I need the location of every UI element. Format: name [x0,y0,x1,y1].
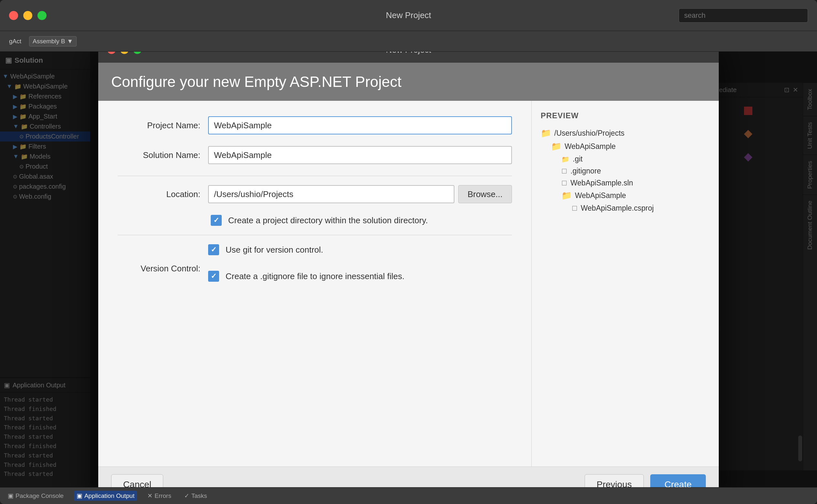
create-dir-label: Create a project directory within the so… [228,215,428,226]
file-icon: ☐ [572,205,578,212]
footer-right: Previous Create [585,474,706,488]
traffic-lights [9,11,47,20]
dialog-heading: Configure your new Empty ASP.NET Project [111,73,706,90]
create-gitignore-checkbox[interactable] [208,271,219,282]
dialog-form: Project Name: Solution Name: Location: [98,101,531,467]
form-divider-2 [118,235,512,235]
minimize-button[interactable] [23,11,32,20]
previous-button[interactable]: Previous [585,474,644,488]
toolbar: gAct Assembly B ▼ [0,31,817,52]
solution-name-label: Solution Name: [118,150,208,160]
preview-item-label: /Users/ushio/Projects [554,129,624,138]
preview-item-label: WebApiSample.sln [570,179,633,187]
package-console-icon: ▣ [8,492,14,499]
modal-overlay: New Project Configure your new Empty ASP… [0,52,817,487]
preview-item-label: .gitignore [570,167,601,175]
title-bar: New Project [0,0,817,31]
window-title: New Project [386,10,431,20]
tasks-icon: ✓ [184,492,189,499]
preview-title: PREVIEW [541,111,710,120]
create-gitignore-group: Create a .gitignore file to ignore iness… [208,271,405,282]
create-gitignore-label: Create a .gitignore file to ignore iness… [226,271,405,281]
location-input[interactable] [208,185,454,203]
folder-icon: 📁 [551,142,561,152]
project-name-label: Project Name: [118,121,208,131]
create-dir-group: Create a project directory within the so… [118,215,512,226]
folder-icon: 📁 [541,128,551,138]
close-button[interactable] [9,11,18,20]
preview-item-sln: ☐ WebApiSample.sln [541,177,710,189]
use-git-group: Use git for version control. [208,244,405,255]
form-divider [118,176,512,176]
preview-item-label: WebApiSample [565,142,616,151]
folder-icon: 📁 [561,191,572,201]
version-control-row: Version Control: Use git for version con… [118,244,512,291]
preview-item-csproj: ☐ WebApiSample.csproj [541,202,710,214]
preview-item-root: 📁 /Users/ushio/Projects [541,127,710,140]
preview-item-label: .git [573,155,583,163]
status-tasks[interactable]: ✓ Tasks [182,491,210,501]
app-output-label: Application Output [84,492,134,499]
create-button[interactable]: Create [650,474,706,488]
dialog-traffic-lights [107,52,142,54]
preview-item-label: WebApiSample [575,191,626,200]
dialog-close-button[interactable] [107,52,116,54]
browse-button[interactable]: Browse... [458,185,512,203]
tasks-label: Tasks [191,492,207,499]
project-name-group: Project Name: [118,116,512,134]
preview-item-gitignore: ☐ .gitignore [541,165,710,177]
dialog-footer: Cancel Previous Create [98,467,719,487]
location-group: Location: Browse... [118,185,512,203]
status-package-console[interactable]: ▣ Package Console [5,491,66,501]
toolbar-tab-gact[interactable]: gAct [4,36,27,47]
status-bar: ▣ Package Console ▣ Application Output ✕… [0,487,817,504]
dialog-titlebar: New Project [98,52,719,63]
preview-item-webapi: 📁 WebApiSample [541,140,710,153]
dialog-minimize-button[interactable] [120,52,129,54]
dialog-maximize-button[interactable] [133,52,142,54]
solution-name-group: Solution Name: [118,146,512,164]
dialog-header: Configure your new Empty ASP.NET Project [98,63,719,101]
status-errors[interactable]: ✕ Errors [145,491,174,501]
create-dir-checkbox[interactable] [211,215,222,226]
preview-item-webapi2: 📁 WebApiSample [541,189,710,202]
main-window: New Project gAct Assembly B ▼ ▣ Solution… [0,0,817,504]
status-application-output[interactable]: ▣ Application Output [74,491,137,501]
dialog-title: New Project [386,52,431,55]
preview-item-label: WebApiSample.csproj [581,204,654,213]
new-project-dialog: New Project Configure your new Empty ASP… [98,52,719,487]
app-output-icon: ▣ [77,492,82,499]
subfolder-icon: 📁 [561,155,569,163]
errors-icon: ✕ [147,492,153,499]
preview-item-git: 📁 .git [541,153,710,165]
version-control-label: Version Control: [118,262,208,274]
dialog-body: Project Name: Solution Name: Location: [98,101,719,467]
toolbar-dropdown-assembly[interactable]: Assembly B ▼ [29,36,77,47]
preview-panel: PREVIEW 📁 /Users/ushio/Projects 📁 WebApi… [531,101,719,467]
preview-tree: 📁 /Users/ushio/Projects 📁 WebApiSample 📁 [541,127,710,214]
package-console-label: Package Console [16,492,64,499]
location-label: Location: [118,189,208,199]
file-icon: ☐ [561,167,567,175]
maximize-button[interactable] [37,11,47,20]
main-content: ▣ Solution ▼ WebApiSample ▼ 📁 WebApiSamp… [0,52,817,487]
solution-name-input[interactable] [208,146,512,164]
file-icon: ☐ [561,179,567,187]
version-control-options: Use git for version control. Create a .g… [208,244,405,291]
errors-label: Errors [154,492,171,499]
use-git-checkbox[interactable] [208,244,219,255]
use-git-label: Use git for version control. [226,245,323,255]
search-input[interactable] [679,8,808,23]
project-name-input[interactable] [208,116,512,134]
cancel-button[interactable]: Cancel [111,474,163,488]
